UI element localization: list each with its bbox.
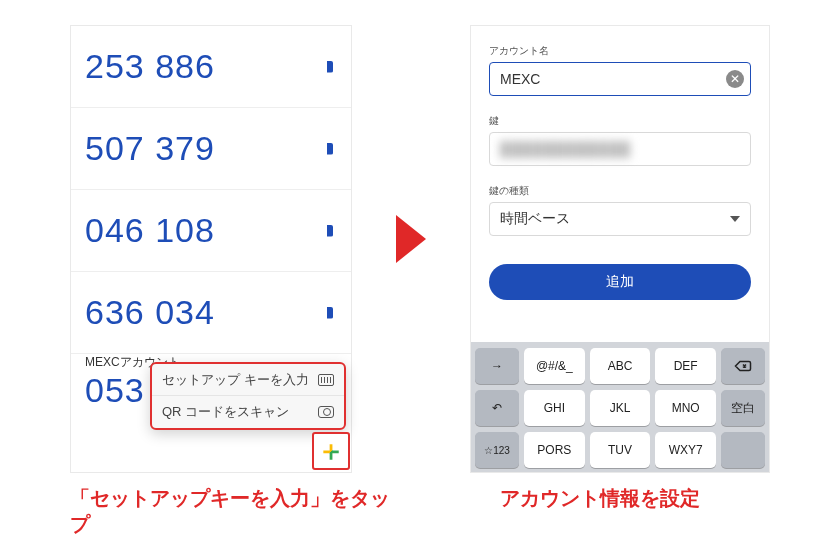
key-input[interactable]: ████████████ — [489, 132, 751, 166]
add-button[interactable]: 追加 — [489, 264, 751, 300]
key-ghi[interactable]: GHI — [524, 390, 585, 426]
camera-icon — [318, 406, 334, 418]
key-mode-switch[interactable]: ☆123 — [475, 432, 519, 468]
key-space[interactable]: 空白 — [721, 390, 765, 426]
menu-item-label: QR コードをスキャン — [162, 403, 289, 421]
caption-left: 「セットアップキーを入力」をタップ — [70, 485, 390, 537]
menu-item-scan-qr[interactable]: QR コードをスキャン — [152, 396, 344, 428]
select-value: 時間ベース — [500, 210, 570, 228]
code-row[interactable]: 046 108 — [71, 190, 351, 272]
timer-icon — [321, 61, 333, 73]
timer-icon — [321, 307, 333, 319]
account-setup-screen: アカウント名 MEXC ✕ 鍵 ████████████ 鍵の種類 時間ベース … — [470, 25, 770, 473]
code-row[interactable]: 636 034 — [71, 272, 351, 354]
clear-input-icon[interactable]: ✕ — [726, 70, 744, 88]
account-name-input[interactable]: MEXC ✕ — [489, 62, 751, 96]
key-tab[interactable]: → — [475, 348, 519, 384]
add-account-menu: セットアップ キーを入力 QR コードをスキャン — [150, 362, 346, 430]
undo-icon: ↶ — [492, 401, 502, 415]
flow-arrow-icon — [396, 215, 426, 263]
timer-icon — [321, 143, 333, 155]
key-def[interactable]: DEF — [655, 348, 716, 384]
add-account-fab[interactable]: ＋ — [312, 432, 350, 470]
otp-code: 046 108 — [85, 211, 215, 250]
backspace-icon — [734, 357, 752, 375]
field-label-key: 鍵 — [489, 114, 751, 128]
key-backspace[interactable] — [721, 348, 765, 384]
field-label-account-name: アカウント名 — [489, 44, 751, 58]
otp-code: 636 034 — [85, 293, 215, 332]
key-pors[interactable]: PORS — [524, 432, 585, 468]
otp-code: 253 886 — [85, 47, 215, 86]
arrow-right-icon: → — [491, 359, 503, 373]
key-mno[interactable]: MNO — [655, 390, 716, 426]
input-value-masked: ████████████ — [500, 141, 631, 157]
code-row[interactable]: 507 379 — [71, 108, 351, 190]
key-type-select[interactable]: 時間ベース — [489, 202, 751, 236]
button-label: 追加 — [606, 273, 634, 291]
soft-keyboard: → @#/&_ ABC DEF ↶ GHI JKL MNO 空白 ☆123 PO… — [471, 342, 769, 472]
code-row[interactable]: 253 886 — [71, 26, 351, 108]
field-label-key-type: 鍵の種類 — [489, 184, 751, 198]
key-jkl[interactable]: JKL — [590, 390, 651, 426]
key-wxyz[interactable]: WXY7 — [655, 432, 716, 468]
menu-item-enter-setup-key[interactable]: セットアップ キーを入力 — [152, 364, 344, 396]
key-symbols[interactable]: @#/&_ — [524, 348, 585, 384]
input-value: MEXC — [500, 71, 540, 87]
menu-item-label: セットアップ キーを入力 — [162, 371, 309, 389]
plus-icon: ＋ — [317, 437, 345, 465]
chevron-down-icon — [730, 216, 740, 222]
key-blank[interactable] — [721, 432, 765, 468]
otp-code: 507 379 — [85, 129, 215, 168]
keyboard-icon — [318, 374, 334, 386]
caption-right: アカウント情報を設定 — [500, 485, 700, 512]
key-abc[interactable]: ABC — [590, 348, 651, 384]
timer-icon — [321, 225, 333, 237]
key-tuv[interactable]: TUV — [590, 432, 651, 468]
key-undo[interactable]: ↶ — [475, 390, 519, 426]
